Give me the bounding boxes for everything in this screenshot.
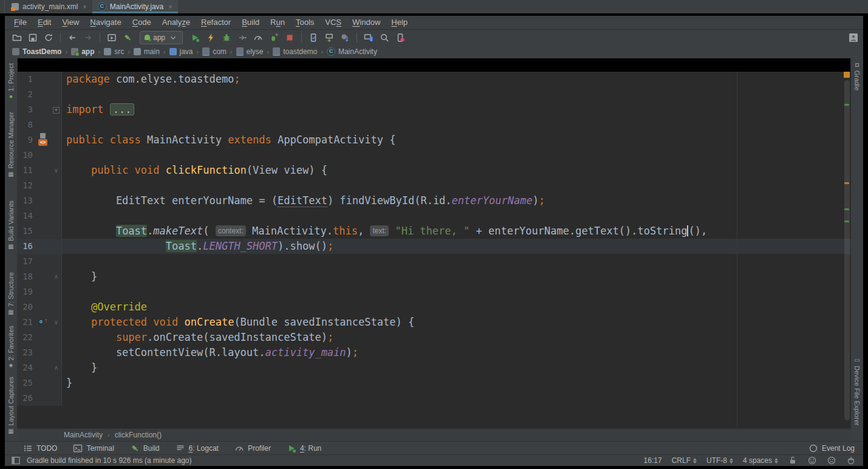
code-line-14[interactable]: 14 [17,208,851,224]
breadcrumb-item-elyse[interactable]: elyse [236,47,264,56]
code-line-24[interactable]: 24∧ } [17,360,851,375]
breadcrumb-item-java[interactable]: java [169,47,193,56]
fold-marker[interactable] [51,148,62,163]
code-text[interactable]: } [62,360,851,375]
apply-code-changes-icon[interactable] [267,31,281,44]
layout-inspector-icon[interactable] [393,31,408,44]
run-app-icon[interactable] [188,31,202,44]
app-run-config-selector[interactable]: app [140,31,183,44]
fold-marker[interactable]: ∨ [51,163,62,178]
toolwindow-button-profiler[interactable]: Profiler [234,443,271,453]
menu-window[interactable]: Window [347,16,386,29]
open-project-icon[interactable] [10,31,24,44]
menu-view[interactable]: View [56,16,84,29]
stop-app-icon[interactable] [282,31,297,44]
fold-marker[interactable] [51,72,62,87]
fold-marker[interactable]: ∨ [51,315,62,330]
status-message[interactable]: Gradle build finished in 10 s 926 ms (a … [27,456,191,465]
code-text[interactable]: Toast.makeText( context: MainActivity.th… [62,224,851,239]
fold-marker[interactable] [51,345,62,360]
code-line-1[interactable]: 1package com.elyse.toastdemo; [17,72,851,87]
sdk-manager-icon[interactable] [322,31,337,44]
stripe-item-device-file-explorer[interactable]: ▭Device File Explorer [851,357,863,425]
code-text[interactable] [62,254,851,269]
menu-code[interactable]: Code [127,16,157,29]
attach-debugger-icon[interactable] [235,31,250,44]
breadcrumb-item-toastdemo[interactable]: toastdemo [273,47,317,56]
sync-icon[interactable] [41,31,56,44]
fold-marker[interactable] [51,239,62,254]
code-text[interactable]: setContentView(R.layout.activity_main); [62,345,851,360]
menu-build[interactable]: Build [236,16,265,29]
stripe-item-resource-manager[interactable]: Resource Manager▦ [5,112,17,177]
menu-vcs[interactable]: VCS [320,16,347,29]
menu-analyze[interactable]: Analyze [157,16,196,29]
fold-marker[interactable] [51,178,62,193]
menu-navigate[interactable]: Navigate [84,16,126,29]
breadcrumb-item-toastdemo[interactable]: ToastDemo [12,47,61,56]
stripe-item-2-favorites[interactable]: 2: Favorites★ [5,326,17,369]
fold-marker[interactable] [51,375,62,391]
tab-close-icon[interactable]: × [83,3,86,10]
readonly-lock-icon[interactable] [788,456,798,465]
breadcrumb-item-mainactivity[interactable]: CMainActivity [327,47,377,56]
debug-app-icon[interactable] [219,31,234,44]
event-log-button[interactable]: Event Log [808,443,855,453]
save-all-icon[interactable] [26,31,40,44]
code-text[interactable]: Toast.LENGTH_SHORT).show(); [62,239,851,254]
code-line-18[interactable]: 18∧ } [17,269,851,284]
fold-marker[interactable] [51,224,62,239]
fold-marker[interactable] [51,391,62,406]
code-text[interactable]: protected void onCreate(Bundle savedInst… [62,315,851,330]
code-text[interactable]: package com.elyse.toastdemo; [62,72,851,87]
feedback-smile-icon[interactable] [807,456,817,465]
device-manager-icon[interactable] [361,31,376,44]
user-avatar-icon[interactable] [846,31,861,44]
code-line-19[interactable]: 19 [17,284,851,300]
breadcrumb-item-src[interactable]: src [104,47,124,56]
toolwindow-button-4-run[interactable]: 4: Run [287,443,321,453]
code-line-8[interactable]: 8 [17,117,851,132]
menu-run[interactable]: Run [265,16,290,29]
stripe-item-gradle[interactable]: ◘Gradle [851,62,863,91]
menu-help[interactable]: Help [386,16,413,29]
editor-breadcrumb-0[interactable]: MainActivity [64,431,103,439]
overrides-method-icon[interactable]: o↑ [38,318,50,326]
code-editor[interactable]: 1package com.elyse.toastdemo;23+import .… [17,72,851,428]
breadcrumb-item-com[interactable]: com [202,47,227,56]
code-text[interactable] [62,391,851,406]
fold-marker[interactable]: ∧ [51,360,62,375]
fold-marker[interactable] [51,117,62,132]
fold-marker[interactable]: + [51,102,62,117]
code-line-13[interactable]: 13 EditText enterYourName = (EditText) f… [17,193,851,208]
code-text[interactable] [62,148,851,163]
breadcrumb-item-app[interactable]: app [71,47,94,56]
build-project-icon[interactable] [120,31,135,44]
run-configurations-icon[interactable] [104,31,119,44]
encoding-selector[interactable]: UTF-8 [706,456,733,465]
fold-marker[interactable] [51,208,62,224]
related-layout-icon[interactable]: <> [38,133,47,146]
stripe-item-build-variants[interactable]: Build Variants▦ [5,200,17,250]
fold-marker[interactable] [51,330,62,345]
caret-position[interactable]: 16:17 [644,456,662,465]
code-line-25[interactable]: 25} [17,375,851,391]
code-text[interactable]: public class MainActivity extends AppCom… [62,132,851,148]
back-icon[interactable] [65,31,80,44]
code-line-26[interactable]: 26 [17,391,851,406]
fold-marker[interactable] [51,193,62,208]
code-line-10[interactable]: 10 [17,148,851,163]
fold-marker[interactable] [51,284,62,300]
fold-marker[interactable] [51,132,62,148]
line-separator-selector[interactable]: CRLF [672,456,697,465]
code-line-17[interactable]: 17 [17,254,851,269]
code-line-23[interactable]: 23 setContentView(R.layout.activity_main… [17,345,851,360]
forward-icon[interactable] [81,31,95,44]
scrollbar-thumb[interactable] [844,80,850,420]
breadcrumb-item-main[interactable]: main [134,47,160,56]
stripe-item-1-project[interactable]: 1: Project● [5,63,17,100]
menu-refactor[interactable]: Refactor [196,16,236,29]
toolwindow-button-todo[interactable]: TODO [23,443,57,453]
avd-manager-icon[interactable] [306,31,321,44]
code-line-12[interactable]: 12 [17,178,851,193]
